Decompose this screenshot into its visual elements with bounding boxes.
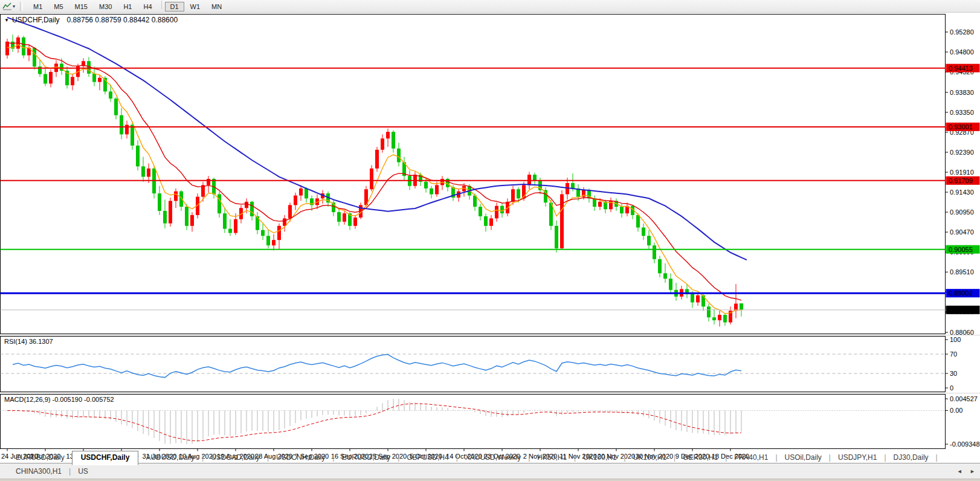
price-tick-label: 0.90470 [950, 228, 974, 236]
candle-body [723, 315, 727, 322]
candle-body [288, 205, 292, 218]
pane-splitter[interactable] [0, 393, 980, 395]
timeframe-button-m1[interactable]: M1 [28, 2, 48, 11]
current-price-badge: 0.88600 [946, 306, 980, 314]
dropdown-caret-icon[interactable]: ▾ [13, 4, 15, 9]
chart-tabs: EURUSD,DailyUSDCHF,DailyAUDUSD,Daily|USD… [8, 451, 980, 479]
tab-eurusd-daily[interactable]: EURUSD,Daily [334, 451, 398, 465]
timeframe-button-m5[interactable]: M5 [48, 2, 68, 11]
timeframe-button-d1[interactable]: D1 [165, 2, 184, 11]
candle-body [234, 219, 237, 233]
candle-body [22, 37, 25, 56]
candle-body [272, 240, 276, 245]
candle-body [696, 295, 700, 303]
tab-usdcnh-daily[interactable]: USDCNH,Daily [269, 451, 332, 465]
candle-body [71, 77, 74, 85]
chart-mode-icon[interactable] [2, 2, 12, 10]
symbol-period-label: USDCHF,Daily [12, 16, 60, 24]
price-badge-0.91709-text: 0.91709 [949, 177, 973, 184]
timeframe-button-h4[interactable]: H4 [138, 2, 157, 11]
candle-body [740, 303, 743, 310]
timeframe-button-w1[interactable]: W1 [185, 2, 206, 11]
candle-body [712, 317, 716, 320]
candle-body [527, 175, 531, 185]
chart-canvas[interactable]: 0.952800.948000.943200.938300.933500.928… [0, 13, 980, 463]
toolbar-divider [161, 1, 162, 9]
candle-body [228, 229, 232, 233]
macd-axis: 0.0045270.00-0.009348 [946, 395, 980, 448]
candle-body [245, 202, 248, 208]
candle-body [381, 138, 384, 150]
tab-scroll-arrows: ◄ ► [955, 465, 978, 476]
price-badge-0.94413: 0.94413 [946, 64, 980, 73]
tab-usoil-daily[interactable]: USOil,Daily [778, 451, 829, 465]
candle-body [392, 132, 395, 149]
tab-gbpusd-h4[interactable]: GBPUSD,H4 [399, 451, 456, 465]
status-strip [0, 479, 980, 481]
tabs-scroll-left-button[interactable]: ◄ [955, 467, 965, 476]
timeframe-button-mn[interactable]: MN [206, 2, 227, 11]
tab-usdcad-daily[interactable]: USDCAD,Daily [204, 451, 267, 465]
price-tick-label: 0.92390 [950, 149, 974, 156]
tab-eurusd-daily[interactable]: EURUSD,Daily [8, 451, 72, 465]
tab-fra40-h1[interactable]: FRA40,H1 [727, 451, 775, 465]
candle-body [375, 150, 379, 169]
price-tick-label: 0.93350 [950, 109, 974, 116]
candle-body [223, 213, 227, 228]
macd-indicator-label: MACD(12,26,9) -0.005190 -0.005752 [4, 396, 114, 403]
macd-tick-label: 0.00 [950, 407, 962, 414]
ohlc-readout: 0.88756 0.88759 0.88442 0.88600 [67, 16, 178, 24]
candle-body [430, 189, 433, 195]
tab-hk50-h1[interactable]: HK50,H1 [530, 451, 574, 465]
candle-body [33, 48, 36, 66]
tab-china300-h1[interactable]: CHINA300,H1 [8, 465, 69, 479]
candle-body [571, 183, 575, 189]
price-tick-label: 0.94800 [950, 48, 974, 56]
tab-xauusd-weekly[interactable]: XAUUSD,Weekly [458, 451, 528, 465]
timeframe-button-h1[interactable]: H1 [118, 2, 137, 11]
candle-body [620, 207, 624, 213]
candle-body [663, 273, 667, 279]
candle-body [169, 201, 172, 223]
candle-body [658, 259, 662, 273]
candle-body [98, 78, 102, 82]
tab-usdjpy-h1[interactable]: USDJPY,H1 [831, 451, 884, 465]
price-badge-0.94413-text: 0.94413 [949, 65, 973, 72]
tab-ger30-h1[interactable]: GER30,H1 [675, 451, 725, 465]
tab-uk100-h1[interactable]: UK100,H1 [576, 451, 624, 465]
current-price-badge-text: 0.88600 [949, 306, 973, 314]
pane-splitter[interactable] [0, 335, 980, 337]
tab-usdchf-daily[interactable]: USDCHF,Daily [72, 451, 139, 465]
candle-body [141, 166, 145, 176]
expand-arrow-icon[interactable]: ▼ [4, 18, 9, 23]
candle-body [353, 218, 357, 226]
tab-audusd-daily[interactable]: AUDUSD,Daily [138, 451, 202, 465]
candle-body [647, 236, 651, 245]
candle-body [299, 189, 303, 196]
tab-us[interactable]: US [71, 465, 95, 479]
tab-dj30-daily[interactable]: DJ30,Daily [886, 451, 936, 465]
candle-body [500, 206, 504, 213]
price-tick-label: 0.93830 [950, 89, 974, 96]
candle-body [109, 91, 112, 98]
timeframe-button-m30[interactable]: M30 [94, 2, 117, 11]
price-tick-label: 0.89510 [950, 268, 974, 276]
price-badge-0.90055: 0.90055 [946, 245, 980, 254]
tabs-scroll-right-button[interactable]: ► [967, 467, 978, 476]
price-badge-0.89002: 0.89002 [946, 289, 980, 297]
rsi-pane [1, 337, 946, 392]
rsi-indicator-label: RSI(14) 36.1307 [4, 338, 53, 345]
candle-body [653, 245, 656, 259]
candle-body [435, 185, 439, 194]
candle-body [479, 207, 482, 216]
timeframe-button-m15[interactable]: M15 [69, 2, 93, 11]
tab-uk100-h1[interactable]: UK100,H1 [626, 451, 674, 465]
timeframe-toolbar: ▾ M1M5M15M30H1H4D1W1MN [0, 0, 980, 13]
candle-body [484, 216, 488, 226]
candle-body [114, 98, 118, 115]
macd-tick-label: -0.009348 [950, 441, 980, 448]
chart-title: ▼USDCHF,Daily0.88756 0.88759 0.88442 0.8… [4, 16, 178, 24]
candle-body [642, 228, 645, 236]
candle-body [207, 179, 210, 185]
price-tick-label: 0.91430 [950, 189, 974, 196]
